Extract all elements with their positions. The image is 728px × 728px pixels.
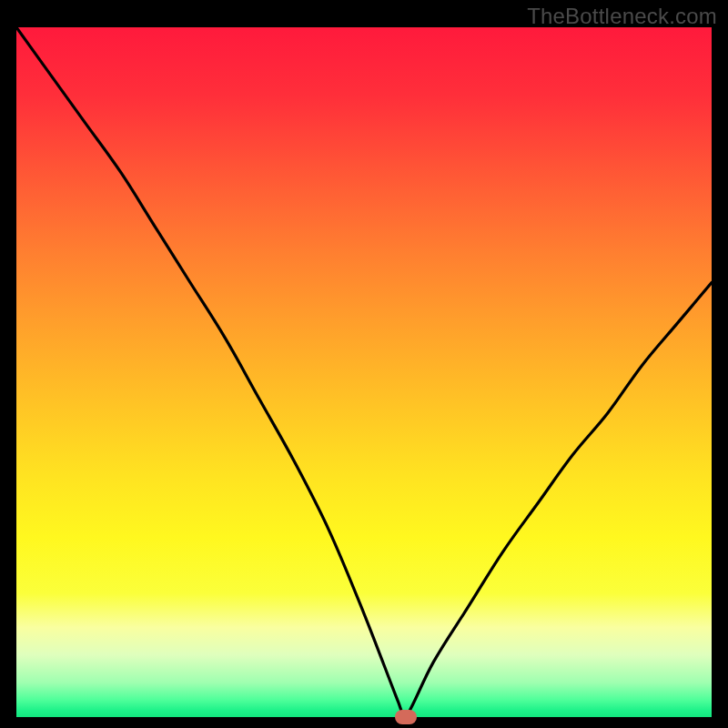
- optimum-marker: [395, 710, 417, 724]
- bottleneck-curve: [16, 27, 712, 717]
- chart-frame: TheBottleneck.com: [0, 0, 728, 728]
- watermark-text: TheBottleneck.com: [527, 4, 717, 29]
- plot-area: [16, 27, 712, 717]
